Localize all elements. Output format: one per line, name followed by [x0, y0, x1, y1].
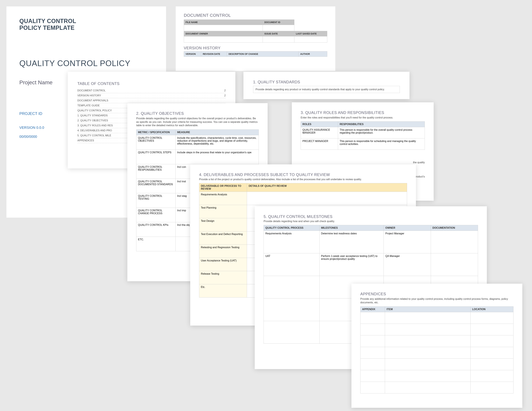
toc-row: VERSION HISTORY2 [77, 93, 226, 98]
standards-body: Provide details regarding any product or… [253, 86, 400, 93]
mile-c3: OWNER [384, 225, 431, 231]
app-c2: ITEM [385, 307, 470, 312]
roles-table: ROLES RESPONSIBILITIES QUALITY ASSURANCE… [301, 121, 425, 150]
roles-heading: 3. QUALITY ROLES AND RESPONSIBILITIES [301, 110, 425, 115]
objectives-intro: Provide details regarding the quality co… [136, 117, 259, 127]
standards-heading: 1. QUALITY STANDARDS [253, 80, 400, 84]
roles-intro: Enter the roles and responsibilities tha… [301, 116, 425, 119]
roles-col-b: RESPONSIBILITIES [338, 121, 425, 127]
table-row: QUALITY ASSURANCE MANAGERThis person is … [301, 127, 425, 139]
doc-control-heading: DOCUMENT CONTROL [184, 13, 327, 18]
deliverables-heading: 4. DELIVERABLES AND PROCESSES SUBJECT TO… [199, 172, 407, 177]
file-name-h: FILE NAME [184, 20, 263, 25]
subject-title: QUALITY CONTROL POLICY [19, 59, 153, 68]
table-row [361, 312, 513, 324]
deliv-col-b: DETAILS OF QUALITY REVIEW [247, 183, 407, 192]
issue-date-h: ISSUE DATE [263, 31, 294, 37]
last-saved-h: LAST SAVED DATE [294, 31, 327, 37]
version-h: VERSION [184, 51, 201, 57]
app-c1: APPENDIX [361, 307, 385, 312]
milestones-heading: 5. QUALITY CONTROL MILESTONES [264, 214, 478, 219]
objectives-col-a: METRIC / SPECIFICATION [136, 130, 176, 135]
appendices-intro: Provide any additional information relat… [360, 297, 513, 304]
mile-c1: QUALITY CONTROL PROCESS [264, 225, 320, 231]
appendices-table: APPENDIX ITEM LOCATION [360, 306, 513, 393]
doc-control-table: FILE NAME DOCUMENT ID DOCUMENT OWNER ISS… [184, 19, 327, 43]
page-appendices: APPENDICES Provide any additional inform… [352, 284, 522, 408]
table-row [361, 382, 513, 393]
objectives-col-b: MEASURE [175, 130, 259, 135]
table-row [361, 324, 513, 336]
doc-id-h: DOCUMENT ID [263, 20, 294, 25]
desc-change-h: DESCRIPTION OF CHANGE [227, 51, 299, 57]
table-row: Requirements Analysis [199, 192, 407, 205]
table-row [361, 347, 513, 359]
table-row: PROJECT MANAGERThis person is responsibl… [301, 139, 425, 150]
appendices-heading: APPENDICES [360, 292, 513, 296]
page-standards: 1. QUALITY STANDARDS Provide details reg… [243, 72, 409, 99]
roles-col-a: ROLES [301, 121, 338, 127]
toc-row: DOCUMENT CONTROL2 [77, 88, 226, 93]
title-line1: QUALITY CONTROL [19, 18, 153, 25]
table-row [361, 336, 513, 347]
deliv-col-a: DELIVERABLE OR PROCESS TO REVIEW [199, 183, 247, 192]
version-history-table: VERSION REVISION DATE DESCRIPTION OF CHA… [184, 51, 327, 57]
title-line2: POLICY TEMPLATE [19, 25, 153, 31]
page-doc-control: DOCUMENT CONTROL FILE NAME DOCUMENT ID D… [176, 6, 335, 71]
toc-row: DOCUMENT APPROVALS [77, 98, 226, 103]
mile-c2: MILESTONES [319, 225, 384, 231]
mile-c4: DOCUMENTATION [431, 225, 478, 231]
app-c3: LOCATION [471, 307, 513, 312]
deliverables-intro: Provide a list of the project or product… [199, 178, 407, 181]
roles-frag1: the quality [413, 161, 425, 164]
objectives-heading: 2. QUALITY OBJECTIVES [136, 111, 259, 116]
doc-owner-h: DOCUMENT OWNER [184, 31, 263, 37]
rev-date-h: REVISION DATE [201, 51, 227, 57]
table-row: QUALITY CONTROL STEPSInclude steps in th… [136, 149, 259, 164]
milestones-intro: Provide details regarding how and when y… [264, 220, 478, 223]
table-row: UATPerform 1-week user acceptance testin… [264, 253, 478, 276]
table-row [361, 359, 513, 370]
table-row: QUALITY CONTROL OBJECTIVESInclude the sp… [136, 135, 259, 149]
version-history-heading: VERSION HISTORY [184, 46, 327, 50]
author-h: AUTHOR [299, 51, 327, 57]
toc-heading: TABLE OF CONTENTS [77, 81, 226, 86]
table-row [361, 370, 513, 382]
table-row: Requirements AnalysisDetermine test read… [264, 231, 478, 253]
